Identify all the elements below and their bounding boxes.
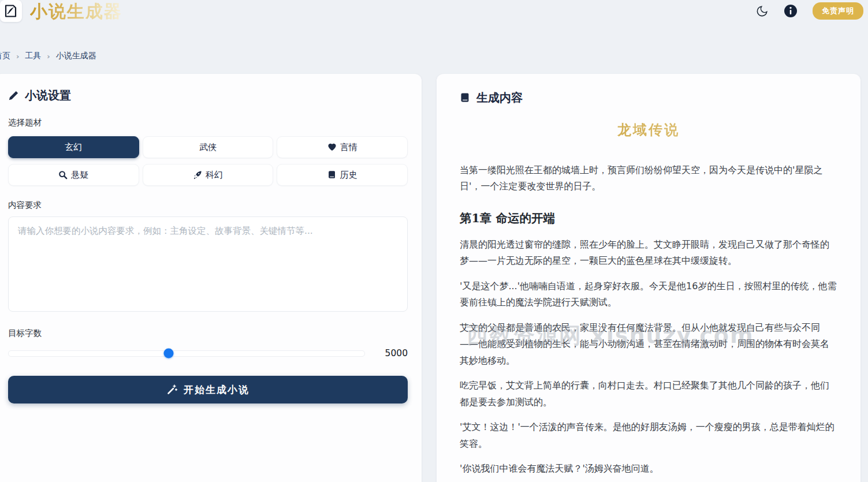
genre-button[interactable]: 言情 xyxy=(277,136,408,158)
genre-label-text: 科幻 xyxy=(206,170,223,181)
genre-label-text: 玄幻 xyxy=(65,142,82,153)
generate-novel-button[interactable]: 开始生成小说 xyxy=(8,376,408,403)
genre-button[interactable]: 武侠 xyxy=(143,136,274,158)
chapter-heading: 第1章 命运的开端 xyxy=(460,210,837,226)
content-panel-title: 生成内容 xyxy=(460,90,837,106)
settings-panel-title: 小说设置 xyxy=(8,88,408,103)
story-paragraph: 当第一缕阳光照在王都的城墙上时，预言师们纷纷仰望天空，因为今天是传说中的'星陨之… xyxy=(460,162,837,195)
story-paragraph: 吃完早饭，艾文背上简单的行囊，向村口走去。村口已经聚集了其他几个同龄的孩子，他们… xyxy=(460,378,837,410)
story-paragraph: '你说我们中谁会有魔法天赋？'汤姆兴奋地问道。 xyxy=(460,461,837,477)
pencil-icon xyxy=(8,90,19,101)
breadcrumb: 首页›工具›小说生成器 xyxy=(0,51,868,61)
book-icon xyxy=(327,170,337,180)
moon-icon xyxy=(756,5,769,17)
story-title: 龙域传说 xyxy=(460,121,837,139)
story-paragraph: 艾文的父母都是普通的农民，家里没有任何魔法背景。但从小他就发现自己有些与众不同—… xyxy=(460,320,837,369)
magnifier-icon xyxy=(58,170,68,180)
genre-grid: 玄幻武侠言情悬疑科幻历史 xyxy=(8,136,408,186)
genre-label: 选择题材 xyxy=(8,117,408,128)
generated-content-panel: 生成内容 龙域传说 当第一缕阳光照在王都的城墙上时，预言师们纷纷仰望天空，因为今… xyxy=(437,74,860,482)
word-count-value: 5000 xyxy=(378,348,408,358)
breadcrumb-separator-icon: › xyxy=(16,52,19,61)
disclaimer-button[interactable]: 免责声明 xyxy=(813,2,863,20)
genre-label-text: 历史 xyxy=(340,170,357,181)
genre-label-text: 悬疑 xyxy=(71,170,88,181)
story-paragraph: 清晨的阳光透过窗帘的缝隙，照在少年的脸上。艾文睁开眼睛，发现自己又做了那个奇怪的… xyxy=(460,237,837,270)
heart-icon xyxy=(327,143,337,152)
app-header: 小说生成器 免责声明 xyxy=(0,0,868,32)
story-paragraph: '又是这个梦...'他喃喃自语道，起身穿好衣服。今天是他16岁的生日，按照村里的… xyxy=(460,278,837,311)
theme-toggle-button[interactable] xyxy=(756,5,769,17)
story-paragraph: '艾文！这边！'一个活泼的声音传来。是他的好朋友汤姆，一个瘦瘦的男孩，总是带着灿… xyxy=(460,419,837,452)
breadcrumb-separator-icon: › xyxy=(47,52,50,61)
genre-button[interactable]: 玄幻 xyxy=(8,136,139,158)
word-count-label: 目标字数 xyxy=(8,328,408,339)
rocket-icon xyxy=(193,170,202,180)
genre-button[interactable]: 悬疑 xyxy=(8,164,139,186)
word-count-slider-thumb[interactable] xyxy=(164,349,174,358)
breadcrumb-item[interactable]: 首页 xyxy=(0,51,10,61)
breadcrumb-item: 小说生成器 xyxy=(56,51,96,61)
app-logo xyxy=(0,0,22,22)
page-title: 小说生成器 xyxy=(30,0,122,23)
breadcrumb-item[interactable]: 工具 xyxy=(25,51,41,61)
word-count-slider[interactable] xyxy=(8,350,365,357)
info-button[interactable] xyxy=(784,4,798,18)
genre-label-text: 武侠 xyxy=(199,142,217,153)
requirements-label: 内容要求 xyxy=(8,200,408,211)
story-body: 当第一缕阳光照在王都的城墙上时，预言师们纷纷仰望天空，因为今天是传说中的'星陨之… xyxy=(460,162,837,482)
genre-button[interactable]: 历史 xyxy=(277,164,408,186)
genre-label-text: 言情 xyxy=(340,142,357,153)
book-icon xyxy=(460,92,471,103)
novel-settings-panel: 小说设置 选择题材 玄幻武侠言情悬疑科幻历史 内容要求 目标字数 5000 开始… xyxy=(0,74,422,482)
info-icon xyxy=(784,4,798,18)
genre-button[interactable]: 科幻 xyxy=(143,164,274,186)
magic-wand-icon xyxy=(166,384,178,395)
pen-paper-icon xyxy=(3,3,18,18)
requirements-input[interactable] xyxy=(8,216,408,312)
